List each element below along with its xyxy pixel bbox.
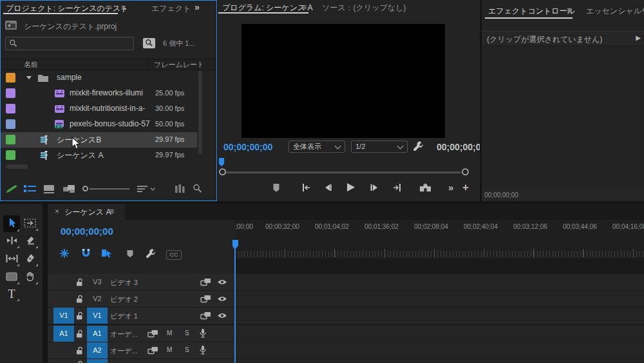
sort-icons-button[interactable] xyxy=(137,185,155,195)
track-lock-icon[interactable] xyxy=(76,295,83,303)
breadcrumb[interactable]: シーケンスのテスト.prproj xyxy=(24,21,117,32)
track-lock-icon[interactable] xyxy=(76,311,83,320)
source-patch-badge[interactable]: V1 xyxy=(53,308,74,324)
captions-button[interactable]: CC xyxy=(166,250,182,260)
solo-button[interactable]: S xyxy=(185,329,189,337)
program-current-timecode[interactable]: 00;00;00;00 xyxy=(223,142,272,152)
snap-toggle-button[interactable] xyxy=(81,248,91,260)
ripple-edit-tool[interactable] xyxy=(3,233,20,249)
microphone-icon[interactable] xyxy=(200,329,206,338)
timeline-settings-button[interactable] xyxy=(146,248,156,260)
search-bin-button[interactable] xyxy=(143,38,155,48)
step-forward-button[interactable] xyxy=(370,184,379,193)
mute-button[interactable]: M xyxy=(167,346,172,353)
find-button[interactable] xyxy=(193,184,202,195)
program-panel-menu-icon[interactable]: ≡ xyxy=(302,3,307,12)
program-playhead-marker[interactable] xyxy=(219,158,224,164)
sync-lock-icon[interactable] xyxy=(147,329,158,338)
project-writable-button[interactable] xyxy=(6,184,17,195)
eye-icon[interactable] xyxy=(217,312,227,319)
pen-tool[interactable] xyxy=(22,251,39,267)
automate-to-sequence-button[interactable] xyxy=(175,184,186,195)
navigate-up-button[interactable] xyxy=(5,21,17,30)
type-tool[interactable]: T xyxy=(3,286,20,302)
track-header-v2[interactable]: V2 ビデオ 2 xyxy=(48,291,235,307)
mute-button[interactable]: M xyxy=(167,329,172,337)
eye-icon[interactable] xyxy=(217,279,227,286)
sync-lock-icon[interactable] xyxy=(200,311,211,320)
hand-tool[interactable] xyxy=(22,270,39,285)
linked-selection-button[interactable] xyxy=(102,248,113,260)
chevron-down-icon[interactable] xyxy=(26,76,32,79)
tab-essential-sound[interactable]: エッセンシャルサウ xyxy=(586,6,644,17)
track-content-v1[interactable] xyxy=(235,308,644,324)
track-content-a1[interactable] xyxy=(235,326,644,342)
clip-row-fireworks[interactable]: mixkit-fireworks-illumi 25.00 fps xyxy=(1,86,216,101)
go-to-out-button[interactable] xyxy=(392,183,403,194)
track-lock-icon[interactable] xyxy=(76,278,83,286)
track-header-a3-partial[interactable] xyxy=(48,359,235,363)
settings-wrench-button[interactable] xyxy=(413,141,424,153)
step-back-button[interactable] xyxy=(323,184,333,193)
project-panel-menu-icon[interactable]: ≡ xyxy=(121,3,126,12)
slip-tool[interactable] xyxy=(3,251,20,267)
effects-panel-menu-icon[interactable]: ≡ xyxy=(567,6,571,15)
go-to-in-button[interactable] xyxy=(300,183,311,194)
track-name[interactable]: ビデオ 3 xyxy=(110,278,138,288)
track-target-badge[interactable]: V3 xyxy=(87,274,108,290)
microphone-icon[interactable] xyxy=(200,346,206,355)
track-select-forward-tool[interactable] xyxy=(22,216,39,231)
panel-overflow-icon[interactable]: » xyxy=(194,2,200,12)
track-content-a2[interactable] xyxy=(235,342,644,358)
vertical-scrollbar[interactable] xyxy=(198,70,202,154)
track-name[interactable]: オーデ... xyxy=(110,329,138,339)
column-name[interactable]: 名前 xyxy=(24,60,38,70)
zoom-slider-knob[interactable] xyxy=(82,186,88,191)
label-swatch[interactable] xyxy=(6,88,15,98)
rectangle-tool[interactable] xyxy=(3,270,20,285)
track-header-a2[interactable]: A2 オーデ... M S xyxy=(48,342,235,358)
timeline-current-timecode[interactable]: 00;00;00;00 xyxy=(61,226,113,237)
track-target-badge[interactable]: A1 xyxy=(87,326,108,342)
zoom-slider[interactable] xyxy=(82,186,130,192)
sync-lock-icon[interactable] xyxy=(200,295,211,303)
playback-resolution-select[interactable]: 1/2 xyxy=(351,141,408,153)
timeline-panel-menu-icon[interactable]: ≡ xyxy=(109,207,114,216)
sync-lock-icon[interactable] xyxy=(200,278,211,286)
track-target-badge[interactable] xyxy=(87,359,108,363)
monitor-zoom-scrollbar[interactable] xyxy=(218,168,475,177)
track-content-a3[interactable] xyxy=(235,359,644,363)
transport-overflow-icon[interactable]: » xyxy=(448,182,453,193)
close-tab-icon[interactable]: × xyxy=(55,207,59,216)
zoom-level-select[interactable]: 全体表示 xyxy=(289,141,345,153)
track-lock-icon[interactable] xyxy=(76,360,83,363)
playhead-head[interactable] xyxy=(232,240,238,246)
panel-expand-arrow-icon[interactable]: ▶ xyxy=(636,34,641,41)
nest-toggle-button[interactable] xyxy=(59,248,70,260)
playhead-line[interactable] xyxy=(234,246,236,363)
export-frame-button[interactable] xyxy=(419,183,431,194)
track-content-v2[interactable] xyxy=(235,291,644,307)
label-swatch[interactable] xyxy=(6,119,15,129)
eye-icon[interactable] xyxy=(217,295,227,302)
timeline-add-marker-button[interactable] xyxy=(126,250,134,260)
sequence-row-a[interactable]: シーケンス A 29.97 fps xyxy=(1,148,216,163)
track-header-v3[interactable]: V3 ビデオ 3 xyxy=(48,274,235,290)
sync-lock-icon[interactable] xyxy=(147,346,158,355)
label-swatch[interactable] xyxy=(6,104,15,113)
tab-effects[interactable]: エフェクト xyxy=(151,3,191,14)
selection-tool[interactable] xyxy=(3,215,20,232)
timeline-tab-label[interactable]: シーケンス A xyxy=(64,207,111,218)
tab-source-monitor[interactable]: ソース：(クリップなし) xyxy=(322,3,406,14)
video-preview[interactable] xyxy=(242,24,445,138)
scrollbar-right-handle[interactable] xyxy=(462,168,469,175)
track-target-badge[interactable]: A2 xyxy=(87,342,108,358)
track-lock-icon[interactable] xyxy=(76,329,83,338)
solo-button[interactable]: S xyxy=(185,346,189,353)
freeform-view-button[interactable] xyxy=(62,184,75,195)
icon-view-button[interactable] xyxy=(43,184,55,195)
scrollbar-left-handle[interactable] xyxy=(219,168,226,175)
bin-row-sample[interactable]: sample xyxy=(1,70,216,86)
column-framerate[interactable]: フレームレート xyxy=(154,60,202,70)
track-target-badge[interactable]: V1 xyxy=(87,308,108,324)
